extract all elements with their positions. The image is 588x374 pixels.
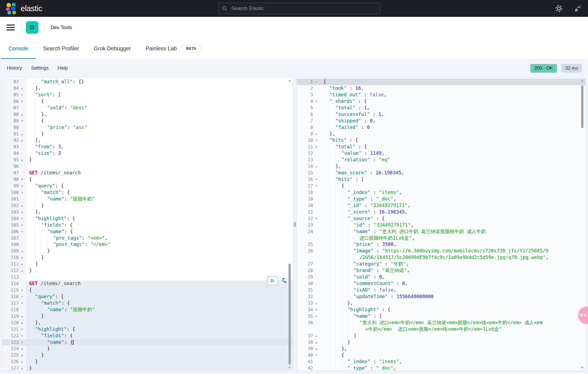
scroll-down-arrow[interactable] — [581, 367, 584, 369]
code-line[interactable]: 113 — [2, 274, 293, 280]
code-line[interactable]: 111▲ } — [2, 261, 293, 267]
send-request-button[interactable] — [267, 276, 278, 286]
code-line[interactable]: 110▲ } — [2, 254, 293, 261]
scroll-up-arrow[interactable] — [288, 79, 291, 82]
menu-hamburger-icon[interactable] — [7, 24, 15, 30]
code-line[interactable]: 114GET /items/_search — [2, 280, 293, 287]
code-line[interactable]: 100▼ "match": { — [2, 189, 293, 196]
fold-toggle-icon[interactable]: ▼ — [19, 183, 25, 189]
code-line[interactable]: 101 "name": "脱脂牛奶" — [2, 196, 293, 202]
code-line[interactable]: 126▲ } — [2, 358, 293, 365]
fold-toggle-icon[interactable]: ▲ — [19, 313, 25, 320]
code-line[interactable]: 90 "price": "asc" — [2, 124, 293, 131]
fold-toggle-icon[interactable]: ▲ — [19, 254, 25, 261]
elastic-logo[interactable]: elastic — [5, 2, 42, 15]
fold-toggle-icon[interactable]: ▼ — [19, 287, 25, 293]
fold-toggle-icon[interactable]: ▼ — [313, 183, 320, 189]
fold-toggle-icon[interactable]: ▼ — [19, 228, 25, 235]
code-line[interactable]: 115▼{ — [2, 287, 293, 293]
fold-toggle-icon[interactable]: ▲ — [19, 345, 25, 352]
code-line[interactable]: 109▲ } — [2, 248, 293, 254]
code-line[interactable]: 98▼{ — [2, 176, 293, 183]
code-line[interactable]: 118 "name": "脱脂牛奶" — [2, 307, 293, 313]
code-line[interactable]: 117▼ "match": { — [2, 300, 293, 307]
fold-toggle-icon[interactable]: ▲ — [19, 85, 25, 92]
code-line[interactable]: 124▲ } — [2, 345, 293, 352]
code-line[interactable]: 125▲ } — [2, 352, 293, 358]
fold-toggle-icon[interactable]: ▲ — [19, 111, 25, 118]
request-options-button[interactable] — [280, 277, 287, 284]
code-line[interactable]: 86▼ { — [2, 98, 293, 105]
tab-grok-debugger[interactable]: Grok Debugger — [86, 38, 138, 59]
fold-toggle-icon[interactable]: ▲ — [19, 267, 25, 274]
code-line[interactable]: 120▲ }, — [2, 320, 293, 326]
fold-toggle-icon[interactable]: ▲ — [313, 163, 320, 170]
fold-toggle-icon[interactable]: ▼ — [19, 222, 25, 228]
scrollbar-thumb[interactable] — [289, 264, 291, 365]
fold-toggle-icon[interactable]: ▼ — [313, 313, 320, 320]
fold-toggle-icon[interactable]: ▼ — [313, 137, 320, 144]
fold-toggle-icon[interactable]: ▲ — [19, 358, 25, 365]
fold-toggle-icon[interactable]: ▲ — [313, 300, 320, 307]
code-line[interactable]: 104▼ "highlight": { — [2, 215, 293, 222]
fold-toggle-icon[interactable]: ▲ — [313, 131, 320, 137]
code-line[interactable]: 99▼ "query": { — [2, 183, 293, 189]
pane-resizer-handle[interactable] — [293, 78, 296, 371]
fold-toggle-icon[interactable]: ▼ — [19, 326, 25, 333]
code-line[interactable]: 88▲ }, — [2, 111, 293, 118]
code-line[interactable]: 123▼ "name": { — [2, 339, 293, 346]
fold-toggle-icon[interactable]: ▼ — [313, 352, 320, 358]
scroll-down-arrow[interactable] — [288, 367, 291, 369]
tab-search-profiler[interactable]: Search Profiler — [36, 38, 86, 59]
code-line[interactable]: 127▲} — [2, 365, 293, 371]
tab-console[interactable]: Console — [1, 38, 36, 59]
code-line[interactable]: 94 "size": 3 — [2, 150, 293, 157]
code-line[interactable]: 84▲ }, — [2, 85, 293, 92]
fold-toggle-icon[interactable]: ▲ — [19, 261, 25, 267]
code-line[interactable]: 92▲ ], — [2, 137, 293, 144]
fold-toggle-icon[interactable]: ▼ — [19, 98, 25, 105]
fold-toggle-icon[interactable]: ▼ — [19, 293, 25, 300]
code-line[interactable]: 83 "match_all": {} — [2, 79, 293, 85]
fold-toggle-icon[interactable]: ▼ — [19, 333, 25, 339]
code-line[interactable]: 121▼ "highlight": { — [2, 326, 293, 333]
fold-toggle-icon[interactable]: ▲ — [313, 333, 320, 339]
code-line[interactable]: 91▲ } — [2, 131, 293, 137]
fold-toggle-icon[interactable]: ▼ — [313, 176, 320, 183]
tab-painless-lab[interactable]: Painless Lab BETA — [138, 38, 209, 59]
help-icon[interactable] — [555, 4, 563, 13]
fold-toggle-icon[interactable]: ▲ — [19, 248, 25, 254]
code-line[interactable]: 106▼ "name": { — [2, 228, 293, 235]
code-line[interactable]: 85▼ "sort": [ — [2, 92, 293, 98]
code-line[interactable]: 97GET /items/_search — [2, 170, 293, 176]
code-line[interactable]: 89▼ { — [2, 118, 293, 124]
fold-toggle-icon[interactable]: ▲ — [19, 202, 25, 209]
code-line[interactable]: 119▲ } — [2, 313, 293, 320]
fold-toggle-icon[interactable]: ▲ — [313, 339, 320, 346]
fold-toggle-icon[interactable]: ▼ — [19, 300, 25, 307]
fold-toggle-icon[interactable]: ▲ — [19, 157, 25, 163]
code-line[interactable]: 96 — [2, 163, 293, 170]
fold-toggle-icon[interactable]: ▼ — [19, 215, 25, 222]
search-input[interactable] — [231, 5, 376, 12]
code-line[interactable]: 103▲ }, — [2, 209, 293, 215]
code-line[interactable]: 95▲} — [2, 157, 293, 163]
menu-settings[interactable]: Settings — [31, 65, 49, 71]
fold-toggle-icon[interactable]: ▼ — [313, 79, 320, 85]
code-line[interactable]: 116▼ "query": { — [2, 293, 293, 300]
global-search[interactable] — [218, 3, 380, 14]
code-line[interactable]: 87 "sold": "desc" — [2, 105, 293, 111]
fold-toggle-icon[interactable]: ▲ — [19, 209, 25, 215]
menu-history[interactable]: History — [7, 65, 22, 71]
code-line[interactable]: 122▼ "fields": { — [2, 333, 293, 339]
dev-tools-app-badge[interactable]: D — [26, 21, 38, 34]
scroll-up-arrow[interactable] — [581, 79, 584, 82]
fold-toggle-icon[interactable]: ▼ — [313, 307, 320, 313]
code-line[interactable]: 108 "post_tags": "</em>" — [2, 241, 293, 248]
code-line[interactable]: 107 "pre_tags": "<em>", — [2, 235, 293, 242]
fold-toggle-icon[interactable]: ▼ — [19, 176, 25, 183]
fold-toggle-icon[interactable]: ▲ — [19, 131, 25, 137]
code-line[interactable]: 105▼ "fields": { — [2, 222, 293, 228]
fold-toggle-icon[interactable]: ▲ — [19, 320, 25, 326]
fold-toggle-icon[interactable]: ▲ — [19, 365, 25, 371]
